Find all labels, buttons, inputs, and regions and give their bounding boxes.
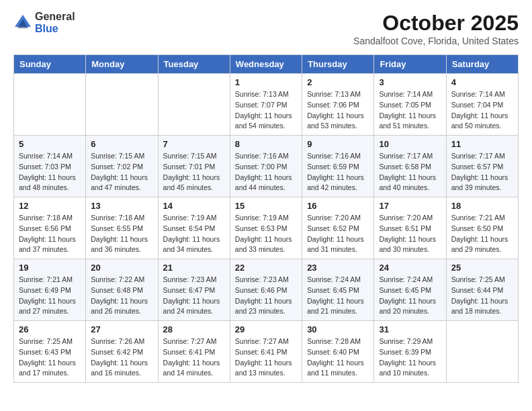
day-info: Sunrise: 7:20 AM Sunset: 6:51 PM Dayligh… bbox=[379, 213, 441, 255]
day-info: Sunrise: 7:13 AM Sunset: 7:07 PM Dayligh… bbox=[235, 89, 297, 132]
weekday-header-monday: Monday bbox=[86, 55, 158, 74]
calendar-week-5: 26Sunrise: 7:25 AM Sunset: 6:43 PM Dayli… bbox=[14, 321, 519, 383]
day-info: Sunrise: 7:23 AM Sunset: 6:46 PM Dayligh… bbox=[235, 275, 297, 317]
calendar-cell bbox=[446, 321, 518, 383]
day-number: 26 bbox=[19, 324, 81, 334]
calendar-cell: 27Sunrise: 7:26 AM Sunset: 6:42 PM Dayli… bbox=[86, 321, 158, 383]
day-info: Sunrise: 7:17 AM Sunset: 6:57 PM Dayligh… bbox=[451, 151, 513, 193]
calendar-cell: 28Sunrise: 7:27 AM Sunset: 6:41 PM Dayli… bbox=[158, 321, 230, 383]
day-number: 15 bbox=[235, 201, 297, 211]
day-info: Sunrise: 7:29 AM Sunset: 6:39 PM Dayligh… bbox=[379, 336, 441, 379]
day-number: 19 bbox=[19, 263, 81, 273]
calendar-cell: 3Sunrise: 7:14 AM Sunset: 7:05 PM Daylig… bbox=[374, 74, 446, 136]
day-number: 13 bbox=[91, 201, 152, 211]
day-info: Sunrise: 7:27 AM Sunset: 6:41 PM Dayligh… bbox=[235, 336, 297, 379]
calendar-cell: 8Sunrise: 7:16 AM Sunset: 7:00 PM Daylig… bbox=[230, 136, 302, 197]
calendar-cell: 9Sunrise: 7:16 AM Sunset: 6:59 PM Daylig… bbox=[302, 136, 374, 197]
day-number: 25 bbox=[451, 263, 513, 273]
day-info: Sunrise: 7:25 AM Sunset: 6:44 PM Dayligh… bbox=[451, 275, 513, 317]
calendar-cell: 22Sunrise: 7:23 AM Sunset: 6:46 PM Dayli… bbox=[230, 259, 302, 321]
day-info: Sunrise: 7:22 AM Sunset: 6:48 PM Dayligh… bbox=[91, 275, 152, 317]
location-subtitle: Sandalfoot Cove, Florida, United States bbox=[353, 36, 519, 46]
day-number: 6 bbox=[91, 139, 152, 149]
day-number: 21 bbox=[163, 263, 225, 273]
month-title: October 2025 bbox=[353, 11, 519, 36]
calendar-cell: 19Sunrise: 7:21 AM Sunset: 6:49 PM Dayli… bbox=[14, 259, 86, 321]
calendar-cell: 1Sunrise: 7:13 AM Sunset: 7:07 PM Daylig… bbox=[230, 74, 302, 136]
day-number: 16 bbox=[307, 201, 369, 211]
calendar-cell: 26Sunrise: 7:25 AM Sunset: 6:43 PM Dayli… bbox=[14, 321, 86, 383]
calendar-cell: 2Sunrise: 7:13 AM Sunset: 7:06 PM Daylig… bbox=[302, 74, 374, 136]
day-info: Sunrise: 7:28 AM Sunset: 6:40 PM Dayligh… bbox=[307, 336, 369, 379]
day-info: Sunrise: 7:27 AM Sunset: 6:41 PM Dayligh… bbox=[163, 336, 225, 379]
day-info: Sunrise: 7:24 AM Sunset: 6:45 PM Dayligh… bbox=[379, 275, 441, 317]
calendar-cell: 13Sunrise: 7:18 AM Sunset: 6:55 PM Dayli… bbox=[86, 197, 158, 259]
day-number: 11 bbox=[451, 139, 513, 149]
calendar-cell: 14Sunrise: 7:19 AM Sunset: 6:54 PM Dayli… bbox=[158, 197, 230, 259]
day-number: 10 bbox=[379, 139, 441, 149]
calendar-cell bbox=[86, 74, 158, 136]
day-info: Sunrise: 7:23 AM Sunset: 6:47 PM Dayligh… bbox=[163, 275, 225, 317]
day-number: 5 bbox=[19, 139, 81, 149]
day-info: Sunrise: 7:24 AM Sunset: 6:45 PM Dayligh… bbox=[307, 275, 369, 317]
day-number: 20 bbox=[91, 263, 152, 273]
day-info: Sunrise: 7:13 AM Sunset: 7:06 PM Dayligh… bbox=[307, 89, 369, 132]
weekday-header-tuesday: Tuesday bbox=[158, 55, 230, 74]
day-info: Sunrise: 7:26 AM Sunset: 6:42 PM Dayligh… bbox=[91, 336, 152, 379]
calendar-week-3: 12Sunrise: 7:18 AM Sunset: 6:56 PM Dayli… bbox=[14, 197, 519, 259]
day-number: 2 bbox=[307, 77, 369, 87]
day-info: Sunrise: 7:19 AM Sunset: 6:53 PM Dayligh… bbox=[235, 213, 297, 255]
calendar-cell: 20Sunrise: 7:22 AM Sunset: 6:48 PM Dayli… bbox=[86, 259, 158, 321]
calendar-cell: 15Sunrise: 7:19 AM Sunset: 6:53 PM Dayli… bbox=[230, 197, 302, 259]
day-number: 12 bbox=[19, 201, 81, 211]
day-number: 18 bbox=[451, 201, 513, 211]
page-header: General Blue October 2025 Sandalfoot Cov… bbox=[13, 11, 519, 46]
calendar-cell: 11Sunrise: 7:17 AM Sunset: 6:57 PM Dayli… bbox=[446, 136, 518, 197]
calendar-cell: 6Sunrise: 7:15 AM Sunset: 7:02 PM Daylig… bbox=[86, 136, 158, 197]
calendar-cell: 21Sunrise: 7:23 AM Sunset: 6:47 PM Dayli… bbox=[158, 259, 230, 321]
calendar-cell: 18Sunrise: 7:21 AM Sunset: 6:50 PM Dayli… bbox=[446, 197, 518, 259]
day-number: 17 bbox=[379, 201, 441, 211]
day-number: 28 bbox=[163, 324, 225, 334]
day-info: Sunrise: 7:17 AM Sunset: 6:58 PM Dayligh… bbox=[379, 151, 441, 193]
logo-text: General Blue bbox=[35, 11, 75, 34]
weekday-header-friday: Friday bbox=[374, 55, 446, 74]
day-number: 24 bbox=[379, 263, 441, 273]
calendar-cell: 17Sunrise: 7:20 AM Sunset: 6:51 PM Dayli… bbox=[374, 197, 446, 259]
logo-blue-label: Blue bbox=[35, 23, 75, 35]
day-info: Sunrise: 7:14 AM Sunset: 7:03 PM Dayligh… bbox=[19, 151, 81, 193]
weekday-header-saturday: Saturday bbox=[446, 55, 518, 74]
day-info: Sunrise: 7:18 AM Sunset: 6:56 PM Dayligh… bbox=[19, 213, 81, 255]
day-number: 23 bbox=[307, 263, 369, 273]
logo-icon bbox=[13, 13, 32, 32]
day-number: 27 bbox=[91, 324, 152, 334]
day-info: Sunrise: 7:16 AM Sunset: 7:00 PM Dayligh… bbox=[235, 151, 297, 193]
day-number: 31 bbox=[379, 324, 441, 334]
day-number: 7 bbox=[163, 139, 225, 149]
calendar-table: SundayMondayTuesdayWednesdayThursdayFrid… bbox=[13, 54, 519, 383]
calendar-cell: 25Sunrise: 7:25 AM Sunset: 6:44 PM Dayli… bbox=[446, 259, 518, 321]
weekday-header-thursday: Thursday bbox=[302, 55, 374, 74]
day-number: 9 bbox=[307, 139, 369, 149]
day-info: Sunrise: 7:21 AM Sunset: 6:49 PM Dayligh… bbox=[19, 275, 81, 317]
day-info: Sunrise: 7:21 AM Sunset: 6:50 PM Dayligh… bbox=[451, 213, 513, 255]
weekday-header-row: SundayMondayTuesdayWednesdayThursdayFrid… bbox=[14, 55, 519, 74]
calendar-cell: 29Sunrise: 7:27 AM Sunset: 6:41 PM Dayli… bbox=[230, 321, 302, 383]
calendar-cell: 23Sunrise: 7:24 AM Sunset: 6:45 PM Dayli… bbox=[302, 259, 374, 321]
day-info: Sunrise: 7:18 AM Sunset: 6:55 PM Dayligh… bbox=[91, 213, 152, 255]
calendar-cell: 4Sunrise: 7:14 AM Sunset: 7:04 PM Daylig… bbox=[446, 74, 518, 136]
calendar-cell bbox=[14, 74, 86, 136]
calendar-cell: 10Sunrise: 7:17 AM Sunset: 6:58 PM Dayli… bbox=[374, 136, 446, 197]
title-block: October 2025 Sandalfoot Cove, Florida, U… bbox=[353, 11, 519, 46]
day-info: Sunrise: 7:14 AM Sunset: 7:04 PM Dayligh… bbox=[451, 89, 513, 132]
calendar-cell bbox=[158, 74, 230, 136]
day-number: 30 bbox=[307, 324, 369, 334]
day-number: 29 bbox=[235, 324, 297, 334]
day-info: Sunrise: 7:19 AM Sunset: 6:54 PM Dayligh… bbox=[163, 213, 225, 255]
day-number: 4 bbox=[451, 77, 513, 87]
day-info: Sunrise: 7:16 AM Sunset: 6:59 PM Dayligh… bbox=[307, 151, 369, 193]
logo: General Blue bbox=[13, 11, 75, 34]
day-info: Sunrise: 7:15 AM Sunset: 7:02 PM Dayligh… bbox=[91, 151, 152, 193]
day-number: 1 bbox=[235, 77, 297, 87]
day-number: 3 bbox=[379, 77, 441, 87]
